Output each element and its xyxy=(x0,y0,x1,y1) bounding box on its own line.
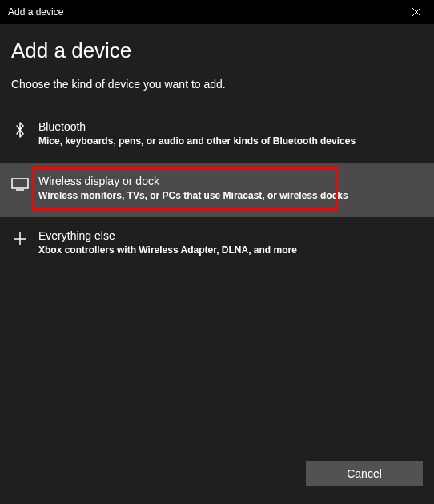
titlebar: Add a device xyxy=(0,0,434,24)
option-title: Everything else xyxy=(38,228,423,243)
close-icon xyxy=(412,6,420,18)
option-wireless-display[interactable]: Wireless display or dock Wireless monito… xyxy=(0,163,434,217)
footer: Cancel xyxy=(0,454,434,504)
page-subtitle: Choose the kind of device you want to ad… xyxy=(11,78,423,91)
display-icon xyxy=(11,175,29,193)
plus-icon xyxy=(11,230,29,248)
bluetooth-icon xyxy=(11,121,29,139)
option-desc: Wireless monitors, TVs, or PCs that use … xyxy=(38,189,423,203)
cancel-button[interactable]: Cancel xyxy=(306,461,423,486)
option-desc: Mice, keyboards, pens, or audio and othe… xyxy=(38,135,423,148)
svg-rect-0 xyxy=(12,179,28,188)
page-title: Add a device xyxy=(11,38,423,63)
close-button[interactable] xyxy=(398,0,434,24)
option-title: Bluetooth xyxy=(38,119,423,134)
option-bluetooth[interactable]: Bluetooth Mice, keyboards, pens, or audi… xyxy=(0,108,434,163)
option-text: Wireless display or dock Wireless monito… xyxy=(38,174,423,203)
option-title: Wireless display or dock xyxy=(38,174,423,188)
window-title: Add a device xyxy=(8,6,63,18)
device-options: Bluetooth Mice, keyboards, pens, or audi… xyxy=(0,108,434,272)
option-everything-else[interactable]: Everything else Xbox controllers with Wi… xyxy=(0,217,434,272)
option-desc: Xbox controllers with Wireless Adapter, … xyxy=(38,244,423,257)
option-text: Everything else Xbox controllers with Wi… xyxy=(38,228,423,257)
content-area: Add a device Choose the kind of device y… xyxy=(0,24,434,454)
option-text: Bluetooth Mice, keyboards, pens, or audi… xyxy=(38,119,423,148)
